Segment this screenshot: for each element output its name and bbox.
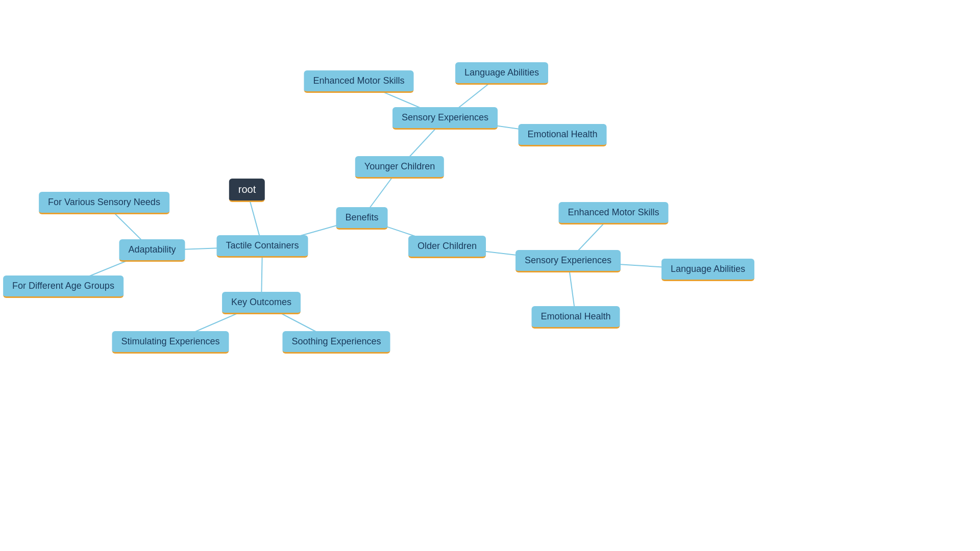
node-for_various_sensory[interactable]: For Various Sensory Needs bbox=[39, 192, 169, 214]
node-for_different_age[interactable]: For Different Age Groups bbox=[3, 276, 124, 298]
node-emotional_bottom[interactable]: Emotional Health bbox=[531, 306, 620, 329]
node-adaptability[interactable]: Adaptability bbox=[119, 239, 185, 262]
node-benefits[interactable]: Benefits bbox=[336, 207, 387, 230]
node-older_children[interactable]: Older Children bbox=[408, 236, 486, 258]
node-sensory_exp_bottom[interactable]: Sensory Experiences bbox=[516, 250, 621, 272]
node-sensory_exp_top[interactable]: Sensory Experiences bbox=[393, 107, 498, 130]
mindmap-canvas: rootTactile ContainersAdaptabilityFor Va… bbox=[0, 0, 980, 551]
node-key_outcomes[interactable]: Key Outcomes bbox=[222, 292, 301, 314]
node-root[interactable]: root bbox=[229, 179, 265, 202]
node-emotional_top[interactable]: Emotional Health bbox=[518, 124, 606, 146]
node-language_top[interactable]: Language Abilities bbox=[455, 62, 548, 85]
node-younger_children[interactable]: Younger Children bbox=[355, 156, 444, 179]
node-soothing[interactable]: Soothing Experiences bbox=[282, 331, 390, 354]
node-stimulating[interactable]: Stimulating Experiences bbox=[112, 331, 229, 354]
node-language_bottom[interactable]: Language Abilities bbox=[662, 259, 754, 281]
node-enhanced_motor_top[interactable]: Enhanced Motor Skills bbox=[304, 70, 413, 93]
node-enhanced_motor_bottom[interactable]: Enhanced Motor Skills bbox=[558, 202, 668, 224]
node-tactile_containers[interactable]: Tactile Containers bbox=[216, 235, 308, 258]
